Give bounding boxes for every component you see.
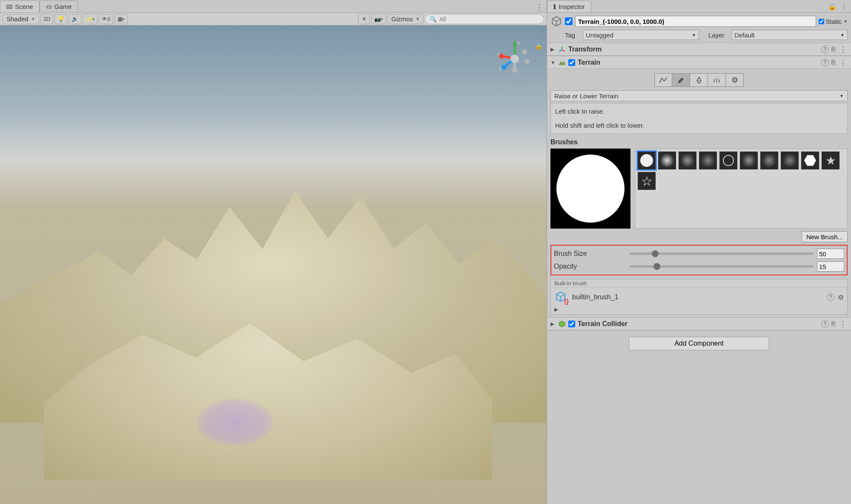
scene-search[interactable]: 🔍	[425, 14, 544, 24]
search-icon: 🔍	[430, 16, 437, 23]
gameobject-cube-icon[interactable]	[550, 15, 562, 27]
tab-scene-label: Scene	[15, 3, 33, 10]
terrain-enabled-checkbox[interactable]	[568, 59, 575, 66]
asset-cube-icon: {}	[554, 290, 568, 304]
svg-marker-22	[559, 60, 565, 65]
brush-thumb-soft-3[interactable]	[699, 152, 717, 169]
brush-thumb-ring[interactable]	[719, 152, 737, 169]
component-name: Terrain	[578, 59, 819, 66]
orientation-gizmo[interactable]: y x z	[496, 38, 534, 81]
fold-toggle[interactable]: ▼	[550, 60, 556, 66]
fold-toggle[interactable]: ▶	[550, 46, 556, 52]
scene-lighting-toggle[interactable]: 💡	[54, 14, 67, 24]
brush-thumb-soft-2[interactable]	[679, 152, 696, 169]
chevron-down-icon: ▾	[92, 17, 95, 21]
help-icon[interactable]: ?	[821, 59, 829, 66]
component-terrain-collider: ▶ Terrain Collider ? ⎘ ⋮	[547, 318, 851, 331]
gameobject-active-checkbox[interactable]	[565, 17, 573, 25]
chevron-down-icon: ▼	[692, 33, 696, 37]
fold-toggle[interactable]: ▶	[550, 321, 556, 327]
grid-icon: ▦	[117, 16, 123, 22]
terrain-tool-paint[interactable]	[672, 73, 690, 87]
brush-thumb-star-outline[interactable]: ☆	[638, 172, 656, 190]
layer-dropdown[interactable]: Default ▼	[731, 30, 848, 40]
help-icon[interactable]: ?	[821, 320, 829, 328]
axis-y-label: y	[518, 40, 520, 45]
chevron-down-icon[interactable]: ▼	[843, 19, 848, 24]
brush-thumb-soft-1[interactable]	[658, 152, 676, 169]
gizmos-dropdown[interactable]: Gizmos ▼	[387, 14, 424, 24]
scene-fx-toggle[interactable]: ✨▾	[83, 14, 97, 24]
paint-mode-label: Raise or Lower Terrain	[554, 92, 619, 100]
opacity-slider[interactable]	[630, 265, 814, 268]
gizmo-lock-icon[interactable]: 🔒	[535, 43, 542, 49]
brush-size-slider[interactable]	[630, 252, 814, 255]
brushes-title: Brushes	[550, 138, 848, 146]
tab-inspector-label: Inspector	[559, 3, 585, 10]
terrain-brush-cursor	[197, 399, 273, 446]
scene-tab-menu-icon[interactable]: ⋮	[536, 3, 543, 12]
brush-thumb-star-fill[interactable]: ★	[822, 152, 840, 169]
tab-game[interactable]: Game	[40, 0, 78, 12]
tag-dropdown[interactable]: Untagged ▼	[583, 30, 699, 40]
component-terrain: ▼ Terrain ? ⎘ ⋮ ⚙ Raise or Lower Terrain…	[547, 56, 851, 318]
tag-label: Tag	[565, 32, 580, 39]
terrain-paint-mode-dropdown[interactable]: Raise or Lower Terrain ▼	[550, 90, 848, 101]
static-checkbox[interactable]	[819, 19, 824, 24]
gear-icon[interactable]: ⚙	[838, 293, 844, 301]
tab-scene[interactable]: Scene	[0, 0, 40, 12]
scene-tools-button[interactable]: ✕	[358, 14, 370, 24]
projection-text: Persp	[516, 79, 531, 86]
scene-camera-toggle[interactable]: ▦▾	[115, 14, 128, 24]
terrain-icon	[558, 59, 566, 66]
inspector-menu-icon[interactable]: ⋮	[841, 3, 848, 11]
brush-thumb-noise-1[interactable]	[740, 152, 758, 169]
scene-camera-button[interactable]: 📷▾	[371, 14, 386, 24]
toggle-2d-button[interactable]: 2D	[40, 14, 54, 24]
brush-thumb-hexagon[interactable]	[801, 152, 819, 169]
opacity-label: Opacity	[554, 263, 626, 270]
component-menu-icon[interactable]: ⋮	[838, 58, 848, 67]
scene-panel: Scene Game ⋮ Shaded ▼ 2D 💡 🔊 ✨▾ 👁0 ▦▾ ✕ …	[0, 0, 547, 504]
terrain-tool-details[interactable]	[708, 73, 726, 87]
preset-icon[interactable]: ⎘	[831, 46, 836, 53]
terrain-tool-trees[interactable]	[690, 73, 708, 87]
projection-label[interactable]: ◂ Persp	[511, 79, 531, 86]
hint-line-1: Left click to raise.	[555, 107, 843, 117]
opacity-input[interactable]	[817, 261, 844, 272]
brush-thumb-hard-round[interactable]	[638, 152, 656, 169]
tab-inspector[interactable]: ℹ Inspector	[547, 0, 591, 12]
gameobject-header: Static ▼ Tag Untagged ▼ Layer Default ▼	[547, 13, 851, 43]
help-icon[interactable]: ?	[827, 293, 834, 301]
help-icon[interactable]: ?	[821, 46, 829, 53]
shading-mode-dropdown[interactable]: Shaded ▼	[3, 14, 39, 24]
new-brush-button[interactable]: New Brush...	[802, 231, 848, 242]
scene-tab-icon	[6, 4, 12, 10]
terrain-tool-settings[interactable]: ⚙	[726, 73, 744, 87]
component-menu-icon[interactable]: ⋮	[838, 45, 848, 54]
axis-x-label: x	[497, 51, 500, 56]
gameobject-name-input[interactable]	[575, 16, 816, 27]
scene-audio-toggle[interactable]: 🔊	[69, 14, 81, 24]
inspector-lock-icon[interactable]: 🔒	[828, 3, 837, 11]
preset-icon[interactable]: ⎘	[831, 59, 836, 66]
terrain-collider-enabled-checkbox[interactable]	[568, 321, 575, 327]
brush-thumb-noise-3[interactable]	[781, 152, 799, 169]
brush-palette: ★ ☆	[635, 149, 848, 229]
chevron-down-icon: ▼	[415, 17, 420, 21]
add-component-button[interactable]: Add Component	[629, 337, 769, 350]
builtin-brush-expand[interactable]: ▶	[551, 306, 847, 314]
component-menu-icon[interactable]: ⋮	[838, 319, 848, 329]
brush-size-input[interactable]	[817, 249, 844, 259]
scene-visibility-toggle[interactable]: 👁0	[99, 14, 113, 24]
builtin-brush-name: builtin_brush_1	[572, 293, 822, 301]
terrain-tool-create-neighbor[interactable]	[654, 73, 672, 87]
preset-icon[interactable]: ⎘	[831, 320, 836, 328]
svg-point-6	[49, 6, 50, 7]
component-name: Terrain Collider	[578, 320, 819, 328]
speaker-icon: 🔊	[72, 16, 78, 22]
scene-search-input[interactable]	[439, 16, 539, 23]
brush-thumb-noise-2[interactable]	[760, 152, 778, 169]
scene-viewport[interactable]: y x z 🔒 ◂ Persp	[0, 26, 547, 504]
toggle-2d-label: 2D	[43, 16, 51, 22]
